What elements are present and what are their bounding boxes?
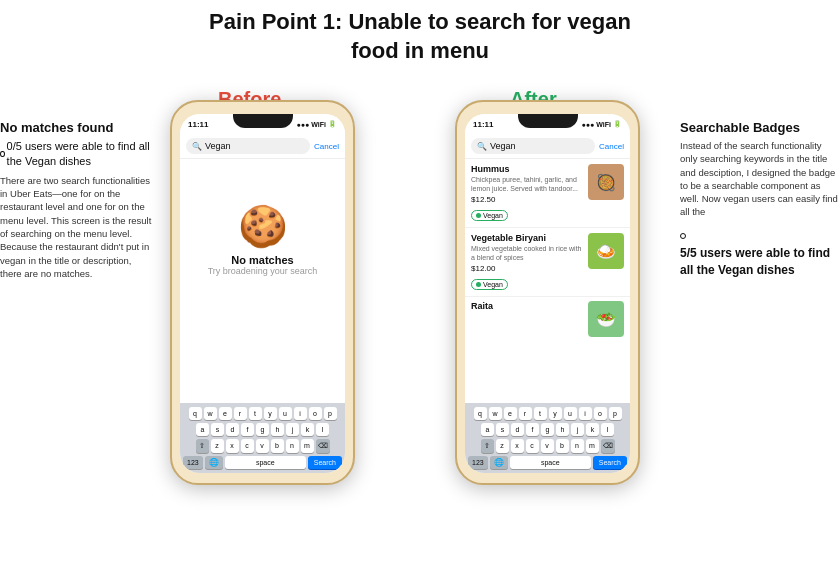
status-icons: ●●● WiFi 🔋 [297, 120, 337, 128]
biryani-badge: Vegan [471, 279, 508, 290]
no-matches-emoji: 🍪 [238, 203, 288, 250]
search-input[interactable]: 🔍 Vegan [186, 138, 310, 154]
key-h[interactable]: h [271, 423, 284, 436]
after-key-m[interactable]: m [586, 439, 599, 453]
key-o[interactable]: o [309, 407, 322, 420]
after-key-n[interactable]: n [571, 439, 584, 453]
space-key[interactable]: space [225, 456, 306, 469]
left-stat: 0/5 users were able to find all the Vega… [7, 139, 155, 170]
cancel-button[interactable]: Cancel [314, 142, 339, 151]
key-s[interactable]: s [211, 423, 224, 436]
after-search-button[interactable]: Search [593, 456, 627, 469]
after-key-w[interactable]: w [489, 407, 502, 420]
after-keyboard[interactable]: q w e r t y u i o p a s d f g h [465, 403, 630, 473]
after-key-i[interactable]: i [579, 407, 592, 420]
key-q[interactable]: q [189, 407, 202, 420]
after-key-s[interactable]: s [496, 423, 509, 436]
after-key-j[interactable]: j [571, 423, 584, 436]
key-d[interactable]: d [226, 423, 239, 436]
key-shift[interactable]: ⇧ [196, 439, 209, 453]
after-search-bar[interactable]: 🔍 Vegan Cancel [465, 134, 630, 159]
search-button[interactable]: Search [308, 456, 342, 469]
key-w[interactable]: w [204, 407, 217, 420]
page-title: Pain Point 1: Unable to search for vegan… [170, 8, 670, 65]
after-key-g[interactable]: g [541, 423, 554, 436]
title-line2: food in menu [351, 38, 489, 63]
key-f[interactable]: f [241, 423, 254, 436]
after-key-t[interactable]: t [534, 407, 547, 420]
keyboard-row-2: a s d f g h j k l [183, 423, 342, 436]
after-keyboard-row-3: ⇧ z x c v b n m ⌫ [468, 439, 627, 453]
no-matches-sub: Try broadening your search [208, 266, 318, 276]
globe-key[interactable]: 🌐 [205, 456, 223, 469]
key-v[interactable]: v [256, 439, 269, 453]
key-j[interactable]: j [286, 423, 299, 436]
after-space-key[interactable]: space [510, 456, 591, 469]
biryani-desc: Mixed vegetable cooked in rice with a bl… [471, 244, 584, 262]
key-m[interactable]: m [301, 439, 314, 453]
keyboard-row-1: q w e r t y u i o p [183, 407, 342, 420]
notch [233, 114, 293, 128]
right-annotation-title: Searchable Badges [680, 120, 840, 135]
after-cancel-button[interactable]: Cancel [599, 142, 624, 151]
key-l[interactable]: l [316, 423, 329, 436]
menu-item-raita[interactable]: Raita 🥗 [465, 297, 630, 341]
after-key-c[interactable]: c [526, 439, 539, 453]
no-matches-title: No matches [231, 254, 293, 266]
key-t[interactable]: t [249, 407, 262, 420]
after-key-h[interactable]: h [556, 423, 569, 436]
key-x[interactable]: x [226, 439, 239, 453]
menu-item-hummus[interactable]: Hummus Chickpea puree, tahini, garlic, a… [465, 159, 630, 228]
after-keyboard-row-2: a s d f g h j k l [468, 423, 627, 436]
key-c[interactable]: c [241, 439, 254, 453]
after-key-b[interactable]: b [556, 439, 569, 453]
after-key-a[interactable]: a [481, 423, 494, 436]
dot-indicator [0, 151, 5, 157]
no-matches-area: 🍪 No matches Try broadening your search [180, 159, 345, 319]
hummus-image: 🥘 [588, 164, 624, 200]
after-key-k[interactable]: k [586, 423, 599, 436]
after-key-z[interactable]: z [496, 439, 509, 453]
after-key-f[interactable]: f [526, 423, 539, 436]
keyboard[interactable]: q w e r t y u i o p a s d f g h [180, 403, 345, 473]
after-key-d[interactable]: d [511, 423, 524, 436]
key-r[interactable]: r [234, 407, 247, 420]
key-n[interactable]: n [286, 439, 299, 453]
after-key-123[interactable]: 123 [468, 456, 488, 469]
right-stat: 5/5 users were able to find all the Vega… [680, 245, 840, 279]
after-key-shift[interactable]: ⇧ [481, 439, 494, 453]
key-g[interactable]: g [256, 423, 269, 436]
after-search-input[interactable]: 🔍 Vegan [471, 138, 595, 154]
after-key-v[interactable]: v [541, 439, 554, 453]
after-key-delete[interactable]: ⌫ [601, 439, 615, 453]
after-key-x[interactable]: x [511, 439, 524, 453]
key-delete[interactable]: ⌫ [316, 439, 330, 453]
after-key-r[interactable]: r [519, 407, 532, 420]
after-globe-key[interactable]: 🌐 [490, 456, 508, 469]
after-key-q[interactable]: q [474, 407, 487, 420]
key-k[interactable]: k [301, 423, 314, 436]
after-key-y[interactable]: y [549, 407, 562, 420]
key-123[interactable]: 123 [183, 456, 203, 469]
key-b[interactable]: b [271, 439, 284, 453]
after-phone: 11:11 ●●● WiFi 🔋 🔍 Vegan Cancel [455, 100, 640, 485]
after-key-l[interactable]: l [601, 423, 614, 436]
key-u[interactable]: u [279, 407, 292, 420]
key-a[interactable]: a [196, 423, 209, 436]
key-p[interactable]: p [324, 407, 337, 420]
search-bar[interactable]: 🔍 Vegan Cancel [180, 134, 345, 159]
after-key-p[interactable]: p [609, 407, 622, 420]
menu-item-biryani[interactable]: Vegetable Biryani Mixed vegetable cooked… [465, 228, 630, 297]
key-z[interactable]: z [211, 439, 224, 453]
after-key-u[interactable]: u [564, 407, 577, 420]
key-y[interactable]: y [264, 407, 277, 420]
key-i[interactable]: i [294, 407, 307, 420]
after-key-e[interactable]: e [504, 407, 517, 420]
after-key-o[interactable]: o [594, 407, 607, 420]
biryani-name: Vegetable Biryani [471, 233, 584, 243]
biryani-price: $12.00 [471, 264, 584, 273]
raita-image: 🥗 [588, 301, 624, 337]
left-annotation-title: No matches found [0, 120, 155, 135]
right-dot-indicator [680, 233, 686, 239]
key-e[interactable]: e [219, 407, 232, 420]
